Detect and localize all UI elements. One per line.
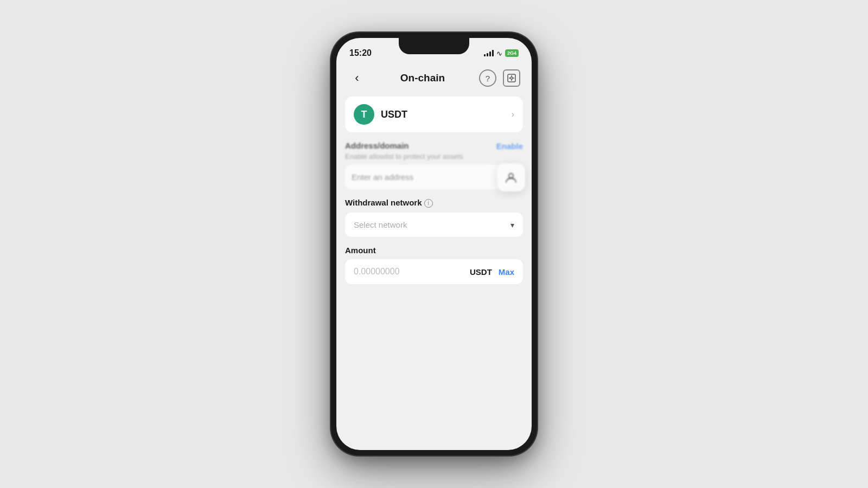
help-button[interactable]: ?: [478, 69, 497, 87]
contacts-button[interactable]: [497, 163, 525, 191]
phone-screen: 15:20 ∿ 2G4 ‹: [336, 38, 532, 450]
address-input[interactable]: [352, 165, 496, 189]
enable-allowlist-button[interactable]: Enable: [496, 142, 523, 151]
amount-label: Amount: [345, 246, 523, 255]
signal-bar-4: [492, 50, 494, 56]
address-sublabel: Enable allowlist to protect your assets: [345, 152, 523, 160]
screen-content: ‹ On-chain ?: [336, 64, 532, 450]
header-actions: ?: [478, 69, 521, 87]
address-section: Address/domain Enable Enable allowlist t…: [345, 141, 523, 189]
token-chevron-icon: ›: [512, 110, 514, 119]
network-placeholder: Select network: [354, 220, 510, 229]
help-circle-icon: ?: [479, 69, 496, 87]
status-time: 15:20: [349, 48, 372, 58]
wifi-icon: ∿: [496, 49, 502, 57]
token-selector-card: T USDT ›: [345, 97, 523, 132]
history-icon: [503, 69, 520, 87]
dropdown-arrow-icon: ▾: [510, 221, 514, 229]
amount-input-wrapper: 0.00000000 USDT Max: [345, 259, 523, 284]
history-button[interactable]: [502, 69, 521, 87]
amount-value: 0.00000000: [354, 267, 470, 277]
page-header: ‹ On-chain ?: [336, 64, 532, 97]
token-icon-letter: T: [361, 109, 367, 120]
amount-section: Amount 0.00000000 USDT Max: [345, 246, 523, 284]
network-dropdown-button[interactable]: Select network ▾: [345, 213, 523, 237]
amount-currency: USDT: [470, 267, 492, 277]
address-input-wrapper: [345, 165, 523, 189]
phone-device: 15:20 ∿ 2G4 ‹: [331, 33, 537, 455]
notch: [399, 38, 469, 54]
address-label: Address/domain: [345, 141, 409, 150]
page-title: On-chain: [400, 72, 445, 84]
back-chevron-icon: ‹: [355, 71, 359, 85]
status-icons: ∿ 2G4: [484, 49, 519, 57]
token-icon: T: [354, 104, 374, 125]
max-button[interactable]: Max: [499, 267, 514, 277]
network-section: Withdrawal network i Select network ▾: [345, 198, 523, 237]
signal-bars-icon: [484, 50, 494, 56]
token-name: USDT: [381, 109, 512, 120]
signal-bar-2: [487, 53, 488, 56]
svg-point-1: [510, 77, 513, 79]
battery-icon: 2G4: [505, 49, 519, 57]
phone-frame: 15:20 ∿ 2G4 ‹: [331, 33, 537, 455]
network-info-icon[interactable]: i: [424, 199, 433, 208]
network-label: Withdrawal network: [345, 198, 422, 207]
signal-bar-3: [489, 52, 491, 56]
address-label-row: Address/domain Enable: [345, 141, 523, 151]
signal-bar-1: [484, 54, 486, 56]
token-selector-button[interactable]: T USDT ›: [345, 97, 523, 132]
back-button[interactable]: ‹: [347, 68, 367, 88]
